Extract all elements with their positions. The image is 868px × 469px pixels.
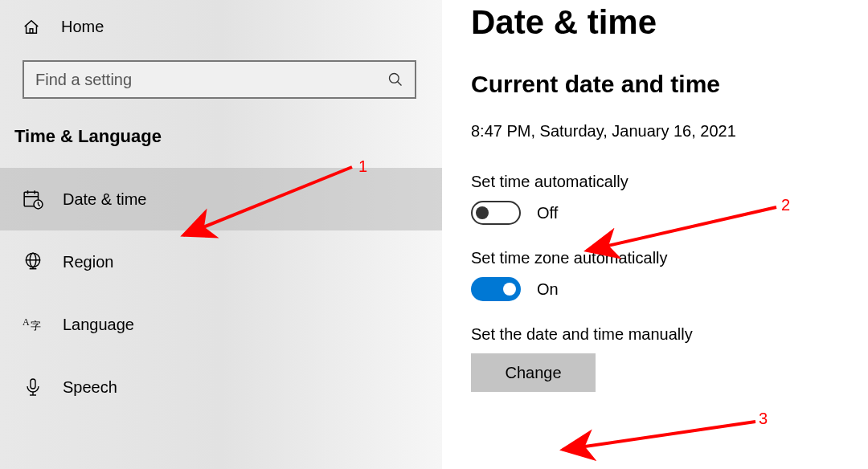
sidebar-item-date-time[interactable]: Date & time xyxy=(0,168,442,230)
microphone-icon xyxy=(23,377,43,398)
change-button[interactable]: Change xyxy=(471,353,596,392)
page-title: Date & time xyxy=(471,3,836,42)
current-datetime: 8:47 PM, Saturday, January 16, 2021 xyxy=(471,122,836,141)
globe-icon xyxy=(23,251,43,272)
set-time-auto-state: Off xyxy=(537,204,558,222)
sidebar-item-label: Date & time xyxy=(63,190,146,209)
search-input[interactable] xyxy=(35,71,387,89)
svg-text:A: A xyxy=(23,316,30,328)
set-tz-auto-label: Set time zone automatically xyxy=(471,249,836,267)
search-box[interactable] xyxy=(23,60,416,99)
sidebar-item-label: Region xyxy=(63,253,113,271)
svg-text:字: 字 xyxy=(31,320,41,332)
svg-point-1 xyxy=(390,74,399,84)
svg-rect-0 xyxy=(30,28,33,33)
section-heading: Current date and time xyxy=(471,71,836,98)
language-icon: A 字 xyxy=(23,314,43,335)
svg-rect-17 xyxy=(31,379,35,389)
home-label: Home xyxy=(61,18,104,36)
sidebar-item-label: Speech xyxy=(63,378,117,397)
sidebar: Home Time & Language xyxy=(0,0,442,469)
svg-line-2 xyxy=(398,82,402,86)
set-tz-auto-toggle[interactable] xyxy=(471,277,521,301)
set-time-auto-label: Set time automatically xyxy=(471,173,836,191)
sidebar-item-label: Language xyxy=(63,316,134,334)
set-manual-label: Set the date and time manually xyxy=(471,325,836,344)
sidebar-item-speech[interactable]: Speech xyxy=(0,356,442,418)
sidebar-item-language[interactable]: A 字 Language xyxy=(0,293,442,356)
set-tz-auto-state: On xyxy=(537,280,559,299)
main-panel: Date & time Current date and time 8:47 P… xyxy=(442,0,868,469)
section-title: Time & Language xyxy=(0,118,442,168)
home-icon xyxy=(23,18,40,36)
set-time-auto-toggle[interactable] xyxy=(471,201,521,225)
sidebar-item-region[interactable]: Region xyxy=(0,230,442,293)
calendar-clock-icon xyxy=(23,189,43,210)
home-nav[interactable]: Home xyxy=(0,8,442,46)
search-icon xyxy=(387,71,403,88)
